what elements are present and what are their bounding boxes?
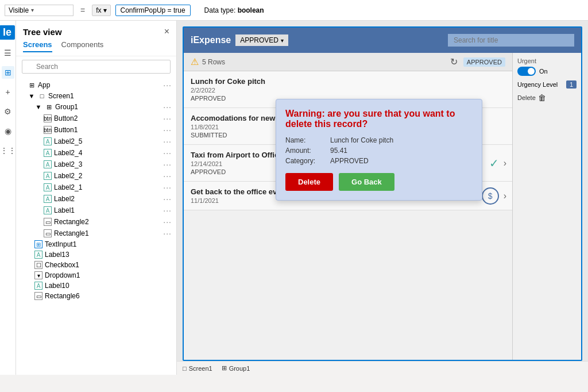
dropdown-icon: ▾: [34, 271, 42, 279]
tree-item-dropdown1[interactable]: ▾ Dropdown1: [16, 270, 176, 280]
go-back-button[interactable]: Go Back: [339, 173, 394, 191]
fx-button[interactable]: fx ▾: [92, 5, 110, 16]
sidebar-close-button[interactable]: ×: [164, 26, 169, 37]
screen-icon: □: [38, 92, 46, 100]
sidebar-tree: ⊞ App ··· ▼ □ Screen1 ▼ ⊞ Group1 ···: [16, 77, 176, 375]
amount-value: 95.41: [330, 147, 347, 155]
tree-dots[interactable]: ···: [163, 206, 172, 215]
tree-item-label2-1[interactable]: A Label2_1 ···: [16, 182, 176, 193]
toggle-thumb: [528, 68, 535, 75]
group1-tab[interactable]: ⊞ Group1: [222, 364, 250, 372]
search-input[interactable]: [22, 60, 171, 74]
tree-dots[interactable]: ···: [163, 148, 172, 157]
tree-item-button1[interactable]: btn Button1 ···: [16, 124, 176, 136]
add-icon[interactable]: +: [2, 86, 14, 98]
tree-item-label2-5[interactable]: A Label2_5 ···: [16, 136, 176, 147]
tree-icon[interactable]: ⊞: [2, 66, 14, 79]
tree-item-rectangle6[interactable]: ▭ Rectangle6: [16, 291, 176, 301]
label-icon: A: [34, 251, 42, 259]
refresh-icon[interactable]: ↻: [450, 56, 458, 67]
list-header: ⚠ 5 Rows ↻ APPROVED: [184, 53, 512, 71]
warning-category-field: Category: APPROVED: [285, 157, 473, 165]
tree-item-app[interactable]: ⊞ App ···: [16, 79, 176, 91]
tree-item-label10[interactable]: A Label10: [16, 280, 176, 291]
app-content: ⚠ 5 Rows ↻ APPROVED Lunch for Coke pitch…: [184, 53, 581, 360]
urgency-level-label: Urgency Level: [517, 81, 558, 88]
dropdown-arrow-icon: ▾: [31, 7, 34, 13]
tree-item-group1[interactable]: ▼ ⊞ Group1 ···: [16, 101, 176, 113]
tab-components[interactable]: Components: [61, 40, 104, 52]
visible-dropdown[interactable]: Visible ▾: [5, 5, 74, 16]
urgent-label: Urgent: [517, 57, 577, 64]
tree-dots[interactable]: ···: [163, 183, 172, 192]
warning-title: Warning: are you sure that you want to d…: [285, 109, 473, 129]
formula-expression[interactable]: ConfirmPopUp = true: [115, 5, 191, 16]
delete-row[interactable]: Delete 🗑: [517, 93, 577, 102]
warning-buttons: Delete Go Back: [285, 173, 473, 191]
hamburger-icon[interactable]: ☰: [2, 47, 14, 59]
tree-label: Rectangle6: [45, 292, 172, 300]
tree-item-label1[interactable]: A Label1 ···: [16, 205, 176, 216]
tree-dots[interactable]: ···: [163, 125, 172, 134]
group-icon: ⊞: [45, 103, 53, 111]
label-icon: A: [44, 206, 52, 214]
main-layout: Ie ☰ ⊞ + ⚙ ◉ ⋮⋮ Tree view × Screens Comp…: [0, 21, 588, 375]
urgent-toggle[interactable]: On: [517, 67, 577, 76]
collapse-icon: ▼: [28, 92, 36, 100]
button-icon: btn: [44, 114, 52, 122]
tree-label: Button1: [54, 126, 161, 134]
tree-item-rectangle1[interactable]: ▭ Rectangle1 ···: [16, 228, 176, 239]
circle-icon[interactable]: ◉: [2, 125, 14, 137]
left-strip: Ie ☰ ⊞ + ⚙ ◉ ⋮⋮: [0, 21, 16, 375]
tree-label: Label2_3: [54, 160, 161, 168]
tree-label: Group1: [55, 103, 161, 111]
label-icon: A: [44, 160, 52, 168]
label-icon: A: [44, 172, 52, 180]
label-icon: A: [44, 183, 52, 191]
tree-item-rectangle2[interactable]: ▭ Rectangle2 ···: [16, 216, 176, 228]
tab-screens[interactable]: Screens: [23, 40, 52, 52]
trash-icon[interactable]: 🗑: [538, 93, 546, 102]
item-title: Lunch for Coke pitch: [191, 77, 505, 86]
tree-dots[interactable]: ···: [163, 102, 172, 112]
tree-item-screen1[interactable]: ▼ □ Screen1: [16, 91, 176, 101]
app-header: iExpense APPROVED ▾: [184, 28, 581, 53]
tree-label: Label1: [54, 206, 161, 214]
tree-item-button2[interactable]: btn Button2 ···: [16, 113, 176, 124]
tree-dots[interactable]: ···: [163, 171, 172, 180]
tree-dots[interactable]: ···: [163, 217, 172, 226]
canvas-frame: iExpense APPROVED ▾ ⚠ 5 Rows ↻ APP: [183, 26, 582, 361]
chevron-right-icon[interactable]: ›: [504, 158, 506, 168]
search-input[interactable]: [448, 34, 574, 47]
tree-item-label2[interactable]: A Label2 ···: [16, 193, 176, 205]
tree-item-label2-2[interactable]: A Label2_2 ···: [16, 170, 176, 182]
tree-item-label2-4[interactable]: A Label2_4 ···: [16, 147, 176, 159]
tree-label: Label13: [45, 251, 172, 259]
tree-dots[interactable]: ···: [163, 194, 172, 203]
screen1-label: Screen1: [189, 365, 212, 372]
app-title: iExpense: [191, 35, 231, 45]
tree-label: App: [38, 81, 161, 89]
tree-dots[interactable]: ···: [163, 137, 172, 146]
top-bar: Visible ▾ = fx ▾ ConfirmPopUp = true Dat…: [0, 0, 588, 21]
tree-dots[interactable]: ···: [163, 229, 172, 238]
rect-icon: ▭: [44, 229, 52, 237]
tree-item-checkbox1[interactable]: ☐ Checkbox1: [16, 260, 176, 270]
button-icon: btn: [44, 126, 52, 134]
screen1-tab[interactable]: □ Screen1: [183, 365, 212, 372]
tree-item-label13[interactable]: A Label13: [16, 249, 176, 260]
formula-bar: ConfirmPopUp = true Data type: boolean: [115, 5, 583, 16]
tree-item-textinput1[interactable]: ⊞ TextInput1: [16, 239, 176, 249]
tree-item-label2-3[interactable]: A Label2_3 ···: [16, 159, 176, 170]
tree-dots[interactable]: ···: [163, 160, 172, 169]
status-dropdown[interactable]: APPROVED ▾: [235, 34, 288, 46]
tree-dots[interactable]: ···: [163, 80, 172, 90]
tree-dots[interactable]: ···: [163, 114, 172, 123]
settings-icon[interactable]: ⚙: [2, 105, 14, 118]
warning-amount-field: Amount: 95.41: [285, 147, 473, 155]
chevron-right-icon[interactable]: ›: [504, 191, 506, 201]
delete-button[interactable]: Delete: [285, 173, 333, 191]
name-key: Name:: [285, 136, 326, 144]
tree-label: TextInput1: [45, 240, 172, 248]
grid-icon[interactable]: ⋮⋮: [2, 144, 14, 157]
